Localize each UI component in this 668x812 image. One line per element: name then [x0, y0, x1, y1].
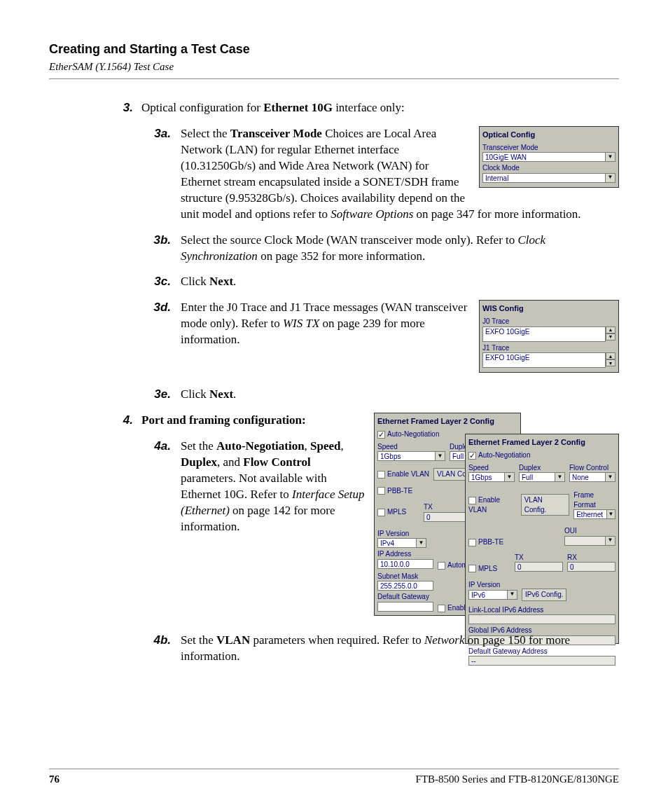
- j0-trace-input[interactable]: EXFO 10GigE: [482, 326, 606, 342]
- l2back-subnet-input[interactable]: 255.255.0.0: [377, 581, 433, 591]
- transceiver-mode-label: Transceiver Mode: [482, 143, 615, 153]
- l2front-speed-label: Speed: [468, 463, 515, 473]
- j1-scroll-up-icon[interactable]: ▲: [606, 352, 615, 359]
- l2front-autoneg-label: Auto-Negotiation: [478, 451, 531, 459]
- step-3d-number: 3d.: [141, 300, 171, 377]
- l2front-ipver-dd-icon[interactable]: [508, 590, 517, 600]
- step-3e-number: 3e.: [141, 387, 171, 403]
- wis-config-title: WIS Config: [482, 303, 615, 314]
- l2front-frame-select[interactable]: Ethernet II: [573, 509, 607, 519]
- l2back-vlan-label: Enable VLAN: [387, 470, 429, 478]
- l2back-autoneg-label: Auto-Negotiation: [387, 430, 440, 438]
- product-name: FTB-8500 Series and FTB-8120NGE/8130NGE: [416, 773, 619, 785]
- l2front-pbbte-checkbox[interactable]: [468, 539, 476, 546]
- step-4b-text: Set the VLAN parameters when required. R…: [181, 633, 619, 665]
- l2back-mpls-label: MPLS: [387, 508, 406, 516]
- page-number: 76: [49, 773, 60, 785]
- j0-trace-label: J0 Trace: [482, 317, 615, 326]
- optical-config-title: Optical Config: [482, 130, 615, 140]
- l2back-ipaddr-input[interactable]: 10.10.0.0: [377, 559, 433, 569]
- l2back-ipver-select[interactable]: IPv4: [377, 538, 417, 548]
- page-footer: 76 FTB-8500 Series and FTB-8120NGE/8130N…: [49, 769, 619, 785]
- l2front-pbbte-label: PBB-TE: [478, 538, 503, 546]
- step-4a-number: 4a.: [141, 439, 171, 535]
- j0-scroll-down-icon[interactable]: ▼: [606, 333, 615, 340]
- l2front-speed-dd-icon[interactable]: [505, 472, 515, 482]
- l2front-oui-label: OUI: [564, 526, 615, 536]
- l2front-duplex-label: Duplex: [519, 463, 565, 473]
- l2front-tx-input[interactable]: 0: [515, 562, 563, 572]
- layer2-config-front-panel: Ethernet Framed Layer 2 Config Auto-Nego…: [465, 434, 619, 644]
- l2back-mpls-checkbox[interactable]: [377, 509, 385, 516]
- l2front-mpls-checkbox[interactable]: [468, 565, 476, 572]
- l2front-mpls-label: MPLS: [478, 565, 497, 572]
- l2front-title: Ethernet Framed Layer 2 Config: [468, 437, 615, 448]
- l2front-linklocal-input[interactable]: [468, 614, 615, 624]
- step-3d-text: Enter the J0 Trace and J1 Trace messages…: [181, 301, 467, 346]
- page-header-title: Creating and Starting a Test Case: [49, 42, 619, 57]
- j1-scroll-down-icon[interactable]: ▼: [606, 359, 615, 366]
- clock-mode-label: Clock Mode: [482, 163, 615, 173]
- l2front-flow-select[interactable]: None: [569, 472, 606, 482]
- footer-rule: [49, 769, 619, 769]
- step-4-number: 4.: [49, 413, 133, 623]
- l2front-oui-select[interactable]: [564, 536, 606, 546]
- transceiver-mode-select[interactable]: 10GigE WAN: [482, 152, 606, 162]
- step-3c-text: Click Next.: [181, 274, 619, 290]
- l2back-tx-input[interactable]: 0: [424, 512, 466, 522]
- l2back-ipver-dd-icon[interactable]: [417, 538, 426, 548]
- l2back-speed-select[interactable]: 1Gbps: [377, 451, 436, 461]
- l2back-gw-input[interactable]: [377, 602, 433, 612]
- l2front-autoneg-checkbox[interactable]: [468, 452, 476, 460]
- l2front-tx-label: TX: [515, 553, 563, 563]
- l2front-duplex-select[interactable]: Full: [519, 472, 555, 482]
- j0-scroll-up-icon[interactable]: ▲: [606, 326, 615, 333]
- l2front-ipv6-config-button[interactable]: IPv6 Config.: [522, 589, 566, 601]
- j1-trace-label: J1 Trace: [482, 343, 615, 353]
- l2front-ipver-label: IP Version: [468, 580, 517, 590]
- j1-trace-input[interactable]: EXFO 10GigE: [482, 352, 606, 368]
- step-3-number: 3.: [49, 100, 133, 116]
- l2front-vlan-checkbox[interactable]: [468, 497, 476, 504]
- clock-mode-dropdown-icon[interactable]: [606, 173, 615, 183]
- l2front-speed-select[interactable]: 1Gbps: [468, 472, 505, 482]
- step-4a-text: Set the Auto-Negotiation, Speed, Duplex,…: [181, 439, 367, 535]
- step-3b-text: Select the source Clock Mode (WAN transc…: [181, 233, 619, 265]
- l2back-pbbte-label: PBB-TE: [387, 487, 412, 495]
- clock-mode-select[interactable]: Internal: [482, 173, 606, 183]
- l2front-oui-dd-icon[interactable]: [606, 536, 615, 546]
- header-rule: [49, 78, 619, 79]
- l2front-ipver-select[interactable]: IPv6: [468, 590, 508, 600]
- l2back-gw-enable-checkbox[interactable]: [438, 605, 445, 612]
- layer2-config-figure: Ethernet Framed Layer 2 Config Auto-Nego…: [374, 413, 619, 623]
- l2back-title: Ethernet Framed Layer 2 Config: [377, 416, 517, 427]
- step-4b-number: 4b.: [141, 633, 171, 665]
- l2front-linklocal-label: Link-Local IPv6 Address: [468, 605, 615, 615]
- optical-config-panel: Optical Config Transceiver Mode 10GigE W…: [479, 126, 619, 188]
- l2back-vlan-checkbox[interactable]: [377, 471, 385, 479]
- page-header-subtitle: EtherSAM (Y.1564) Test Case: [49, 61, 619, 73]
- step-3-intro: Optical configuration for Ethernet 10G i…: [141, 100, 619, 116]
- wis-config-panel: WIS Config J0 Trace EXFO 10GigE ▲ ▼ J1 T…: [479, 300, 619, 373]
- l2front-rx-label: RX: [567, 553, 615, 563]
- step-3a-number: 3a.: [141, 126, 171, 223]
- step-3c-number: 3c.: [141, 274, 171, 290]
- l2front-duplex-dd-icon[interactable]: [555, 472, 565, 482]
- l2front-rx-input[interactable]: 0: [567, 562, 615, 572]
- l2back-autoip-checkbox[interactable]: [438, 562, 445, 570]
- step-3e-text: Click Next.: [181, 387, 619, 403]
- l2back-pbbte-checkbox[interactable]: [377, 487, 385, 495]
- transceiver-mode-dropdown-icon[interactable]: [606, 152, 615, 162]
- l2back-speed-label: Speed: [377, 442, 445, 452]
- step-3b-number: 3b.: [141, 233, 171, 265]
- l2front-flow-dd-icon[interactable]: [606, 472, 615, 482]
- l2front-flow-label: Flow Control: [569, 463, 615, 473]
- l2front-vlan-config-button[interactable]: VLAN Config.: [521, 494, 569, 516]
- l2back-autoneg-checkbox[interactable]: [377, 431, 385, 439]
- l2front-frame-label: Frame Format: [573, 490, 615, 509]
- l2back-speed-dd-icon[interactable]: [436, 451, 445, 461]
- l2front-frame-dd-icon[interactable]: [607, 509, 615, 519]
- l2back-tx-label: TX: [424, 502, 466, 512]
